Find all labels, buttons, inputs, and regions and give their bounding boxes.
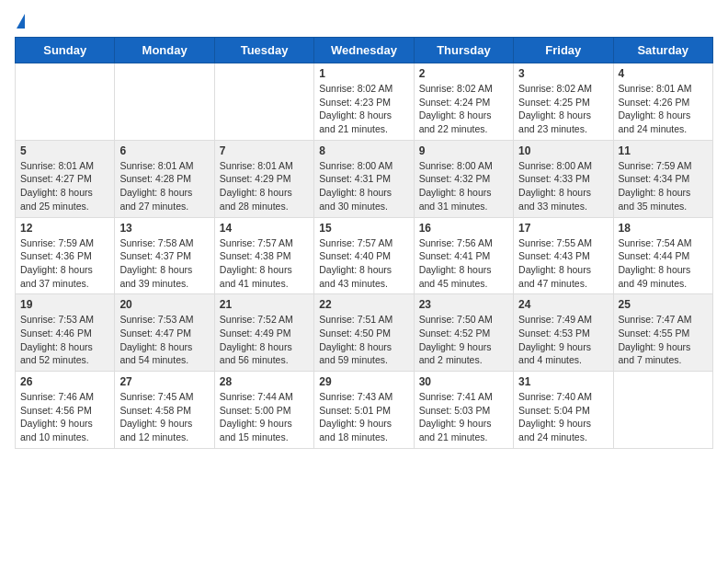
day-number: 3 (518, 67, 608, 80)
day-detail: Sunrise: 8:02 AM (319, 82, 408, 96)
day-detail: Daylight: 8 hours and 30 minutes. (319, 186, 408, 213)
calendar-cell: 26Sunrise: 7:46 AMSunset: 4:56 PMDayligh… (16, 372, 115, 449)
logo (15, 15, 25, 29)
day-number: 18 (619, 222, 708, 235)
day-detail: Sunrise: 7:53 AM (119, 313, 209, 327)
calendar-cell: 28Sunrise: 7:44 AMSunset: 5:00 PMDayligh… (214, 372, 313, 449)
day-detail: Daylight: 8 hours and 56 minutes. (220, 340, 309, 367)
day-detail: Sunrise: 7:57 AM (319, 236, 408, 250)
day-detail: Daylight: 9 hours and 10 minutes. (20, 417, 109, 443)
day-detail: Sunrise: 8:00 AM (319, 159, 408, 173)
calendar-week-row: 5Sunrise: 8:01 AMSunset: 4:27 PMDaylight… (16, 140, 713, 217)
day-detail: Sunrise: 7:58 AM (119, 236, 209, 250)
day-detail: Sunrise: 7:56 AM (419, 236, 508, 250)
day-detail: Sunset: 4:47 PM (119, 327, 209, 340)
calendar-cell: 10Sunrise: 8:00 AMSunset: 4:33 PMDayligh… (514, 140, 613, 217)
day-number: 19 (20, 298, 109, 311)
day-detail: Daylight: 8 hours and 49 minutes. (619, 263, 708, 290)
day-number: 6 (119, 144, 209, 157)
day-detail: Sunrise: 7:52 AM (220, 313, 309, 327)
calendar-cell: 18Sunrise: 7:54 AMSunset: 4:44 PMDayligh… (613, 217, 712, 294)
day-detail: Daylight: 8 hours and 23 minutes. (518, 109, 608, 135)
day-detail: Sunset: 4:50 PM (319, 327, 408, 340)
day-detail: Sunset: 4:32 PM (419, 172, 508, 186)
day-detail: Sunset: 4:33 PM (518, 172, 608, 186)
day-number: 7 (220, 144, 309, 157)
calendar-cell: 27Sunrise: 7:45 AMSunset: 4:58 PMDayligh… (115, 372, 214, 449)
day-detail: Sunset: 4:38 PM (220, 249, 309, 263)
calendar-cell: 2Sunrise: 8:02 AMSunset: 4:24 PMDaylight… (414, 63, 513, 141)
day-detail: Sunrise: 8:02 AM (419, 82, 508, 96)
day-detail: Sunset: 4:34 PM (619, 172, 708, 186)
calendar-cell: 7Sunrise: 8:01 AMSunset: 4:29 PMDaylight… (214, 140, 313, 217)
day-detail: Sunrise: 8:01 AM (119, 159, 209, 173)
day-detail: Daylight: 8 hours and 28 minutes. (220, 186, 309, 213)
day-detail: Sunset: 4:40 PM (319, 249, 408, 263)
day-detail: Daylight: 9 hours and 18 minutes. (319, 417, 408, 443)
day-detail: Sunrise: 8:00 AM (518, 159, 608, 173)
day-detail: Sunset: 4:29 PM (220, 172, 309, 186)
calendar-week-row: 19Sunrise: 7:53 AMSunset: 4:46 PMDayligh… (16, 294, 713, 372)
day-detail: Daylight: 8 hours and 22 minutes. (419, 109, 508, 135)
day-detail: Sunrise: 7:54 AM (619, 236, 708, 250)
day-detail: Daylight: 8 hours and 54 minutes. (119, 340, 209, 367)
day-detail: Daylight: 9 hours and 7 minutes. (619, 340, 708, 367)
day-detail: Sunset: 4:43 PM (518, 249, 608, 263)
calendar-cell: 24Sunrise: 7:49 AMSunset: 4:53 PMDayligh… (514, 294, 613, 372)
calendar-day-header: Thursday (414, 38, 513, 63)
day-detail: Sunset: 5:01 PM (319, 404, 408, 418)
calendar-cell: 5Sunrise: 8:01 AMSunset: 4:27 PMDaylight… (16, 140, 115, 217)
calendar-day-header: Tuesday (214, 38, 313, 63)
day-detail: Daylight: 8 hours and 21 minutes. (319, 109, 408, 135)
calendar-week-row: 1Sunrise: 8:02 AMSunset: 4:23 PMDaylight… (16, 63, 713, 141)
day-number: 15 (319, 222, 408, 235)
calendar-cell: 30Sunrise: 7:41 AMSunset: 5:03 PMDayligh… (414, 372, 513, 449)
calendar-day-header: Monday (115, 38, 214, 63)
day-detail: Sunrise: 7:59 AM (619, 159, 708, 173)
day-number: 11 (619, 144, 708, 157)
day-detail: Daylight: 8 hours and 27 minutes. (119, 186, 209, 213)
calendar-cell (613, 372, 712, 449)
day-detail: Sunrise: 7:47 AM (619, 313, 708, 327)
day-detail: Sunrise: 7:46 AM (20, 390, 109, 404)
day-detail: Daylight: 8 hours and 24 minutes. (619, 109, 708, 135)
day-detail: Sunset: 4:23 PM (319, 96, 408, 109)
calendar-cell: 29Sunrise: 7:43 AMSunset: 5:01 PMDayligh… (314, 372, 414, 449)
day-detail: Sunrise: 7:59 AM (20, 236, 109, 250)
day-detail: Sunset: 4:56 PM (20, 404, 109, 418)
day-detail: Sunset: 5:04 PM (518, 404, 608, 418)
day-number: 5 (20, 144, 109, 157)
day-number: 1 (319, 67, 408, 80)
day-detail: Sunset: 4:41 PM (419, 249, 508, 263)
calendar-cell: 16Sunrise: 7:56 AMSunset: 4:41 PMDayligh… (414, 217, 513, 294)
day-detail: Sunset: 4:27 PM (20, 172, 109, 186)
calendar-week-row: 12Sunrise: 7:59 AMSunset: 4:36 PMDayligh… (16, 217, 713, 294)
calendar-cell: 3Sunrise: 8:02 AMSunset: 4:25 PMDaylight… (514, 63, 613, 141)
day-number: 24 (518, 298, 608, 311)
day-number: 8 (319, 144, 408, 157)
calendar-cell: 22Sunrise: 7:51 AMSunset: 4:50 PMDayligh… (314, 294, 414, 372)
day-detail: Sunset: 4:25 PM (518, 96, 608, 109)
calendar-week-row: 26Sunrise: 7:46 AMSunset: 4:56 PMDayligh… (16, 372, 713, 449)
day-detail: Sunrise: 7:43 AM (319, 390, 408, 404)
day-detail: Sunset: 4:37 PM (119, 249, 209, 263)
day-detail: Sunrise: 7:44 AM (220, 390, 309, 404)
day-detail: Sunset: 4:55 PM (619, 327, 708, 340)
calendar-cell: 13Sunrise: 7:58 AMSunset: 4:37 PMDayligh… (115, 217, 214, 294)
day-detail: Sunrise: 7:55 AM (518, 236, 608, 250)
day-detail: Sunrise: 8:01 AM (619, 82, 708, 96)
day-detail: Daylight: 9 hours and 2 minutes. (419, 340, 508, 367)
page-header (15, 15, 713, 29)
day-number: 13 (119, 222, 209, 235)
day-number: 10 (518, 144, 608, 157)
day-detail: Sunrise: 7:53 AM (20, 313, 109, 327)
day-detail: Sunrise: 7:45 AM (119, 390, 209, 404)
day-number: 23 (419, 298, 508, 311)
calendar-cell: 15Sunrise: 7:57 AMSunset: 4:40 PMDayligh… (314, 217, 414, 294)
day-number: 22 (319, 298, 408, 311)
day-detail: Daylight: 9 hours and 15 minutes. (220, 417, 309, 443)
day-detail: Sunrise: 8:01 AM (220, 159, 309, 173)
day-detail: Daylight: 8 hours and 52 minutes. (20, 340, 109, 367)
day-number: 21 (220, 298, 309, 311)
day-detail: Daylight: 8 hours and 25 minutes. (20, 186, 109, 213)
